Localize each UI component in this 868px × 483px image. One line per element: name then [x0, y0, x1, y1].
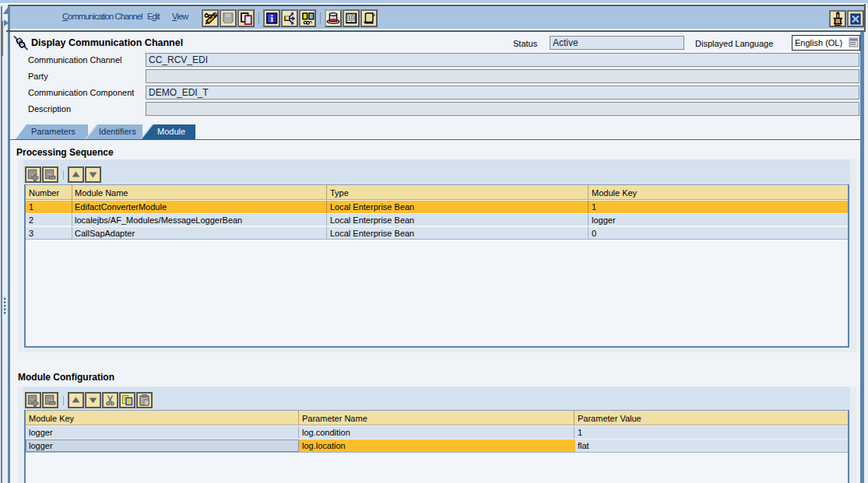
- svg-text:i: i: [270, 12, 273, 24]
